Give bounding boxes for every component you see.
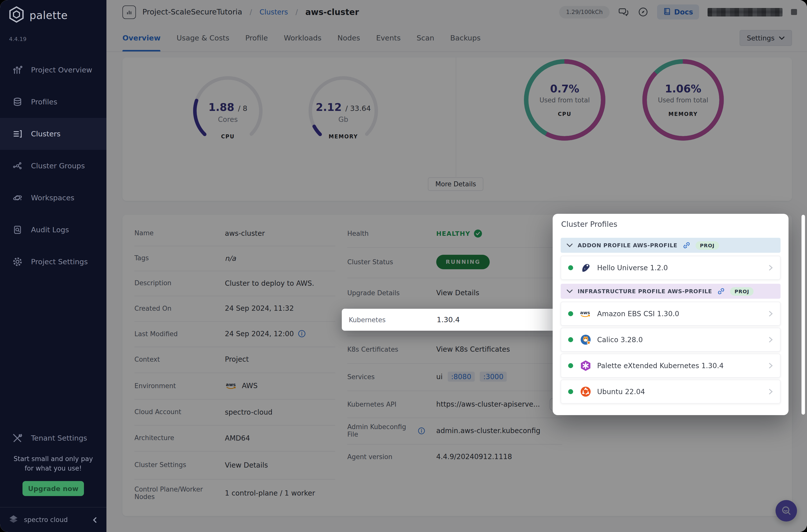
- status-dot-icon: [568, 311, 573, 316]
- profile-layer-calico[interactable]: Calico 3.28.0: [561, 328, 781, 352]
- status-dot-icon: [568, 265, 573, 270]
- sidebar-item-profiles[interactable]: Profiles: [0, 86, 107, 118]
- chevron-down-icon: [567, 243, 573, 247]
- kubernetes-version-spotlight-row[interactable]: Kubernetes 1.30.4: [342, 309, 553, 331]
- palette-logo-icon: [8, 6, 24, 25]
- profile-layer-hello-universe[interactable]: Hello Universe 1.2.0: [561, 256, 781, 280]
- clusters-icon: [12, 128, 23, 139]
- workspaces-icon: [12, 192, 23, 203]
- tenant-settings-label: Tenant Settings: [31, 434, 87, 442]
- brand-name: palette: [30, 10, 68, 21]
- main-area: Project-ScaleSecureTutoria / Clusters / …: [107, 0, 807, 532]
- profile-layer-palette-extended-kubernetes[interactable]: Palette eXtended Kubernetes 1.30.4: [561, 354, 781, 378]
- tools-icon: [12, 433, 23, 443]
- profiles-icon: [12, 96, 23, 108]
- project-overview-icon: [12, 64, 23, 75]
- chevron-down-icon: [567, 289, 573, 293]
- chevron-right-icon: [767, 388, 774, 395]
- svg-text:aws: aws: [580, 310, 590, 315]
- sidebar-item-cluster-groups[interactable]: Cluster Groups: [0, 150, 107, 182]
- sidebar-item-label: Cluster Groups: [31, 162, 85, 170]
- ubuntu-icon: [579, 385, 592, 398]
- cluster-profiles-popup: Cluster Profiles ADDON PROFILE AWS-PROFI…: [553, 214, 789, 415]
- sidebar-item-label: Project Overview: [31, 66, 92, 74]
- infrastructure-profile-section-header[interactable]: INFRASTRUCTURE PROFILE AWS-PROFILE PROJ: [561, 284, 781, 299]
- sidebar-item-project-overview[interactable]: Project Overview: [0, 54, 107, 86]
- kubernetes-version-value: 1.30.4: [437, 316, 460, 324]
- scrollbar-highlight[interactable]: [802, 215, 805, 415]
- sidebar-item-label: Project Settings: [31, 258, 88, 266]
- addon-profile-section-header[interactable]: ADDON PROFILE AWS-PROFILE PROJ: [561, 238, 781, 253]
- link-icon: [682, 241, 690, 249]
- sidebar-item-tenant-settings[interactable]: Tenant Settings: [0, 422, 107, 454]
- sidebar-item-audit-logs[interactable]: Audit Logs: [0, 214, 107, 246]
- gear-icon: [12, 256, 23, 267]
- promo-text: Start small and only pay for what you us…: [0, 455, 107, 473]
- sidebar: palette 4.4.19 Project Overview: [0, 0, 107, 532]
- pxk-icon: [579, 359, 592, 372]
- sidebar-item-label: Workspaces: [31, 194, 74, 202]
- upgrade-now-button[interactable]: Upgrade now: [22, 481, 84, 496]
- calico-icon: [579, 333, 592, 346]
- sidebar-item-project-settings[interactable]: Project Settings: [0, 246, 107, 278]
- audit-logs-icon: [12, 224, 23, 235]
- app-version: 4.4.19: [9, 36, 26, 42]
- chevron-right-icon: [767, 336, 774, 343]
- sidebar-footer: spectro cloud: [0, 507, 107, 532]
- sidebar-item-label: Clusters: [31, 130, 60, 138]
- status-dot-icon: [568, 363, 573, 368]
- promo-line1: Start small and only pay: [0, 455, 107, 464]
- chevron-right-icon: [767, 362, 774, 369]
- chevron-right-icon: [767, 310, 774, 317]
- sidebar-item-workspaces[interactable]: Workspaces: [0, 182, 107, 214]
- sidebar-item-clusters[interactable]: Clusters: [0, 118, 107, 150]
- proj-scope-badge: PROJ: [695, 241, 719, 249]
- spectro-cloud-logo-icon: [8, 513, 19, 526]
- link-icon: [717, 287, 725, 295]
- sidebar-menu: Project Overview Profiles: [0, 54, 107, 278]
- profile-layer-ubuntu[interactable]: Ubuntu 22.04: [561, 380, 781, 404]
- status-dot-icon: [568, 389, 573, 394]
- sidebar-item-label: Profiles: [31, 98, 57, 106]
- aws-logo-icon: aws: [579, 307, 592, 320]
- status-dot-icon: [568, 337, 573, 342]
- screen: palette 4.4.19 Project Overview: [0, 0, 807, 532]
- proj-scope-badge: PROJ: [730, 287, 754, 296]
- footer-brand-name: spectro cloud: [24, 516, 87, 524]
- profile-layer-amazon-ebs-csi[interactable]: aws Amazon EBS CSI 1.30.0: [561, 302, 781, 326]
- collapse-sidebar-icon[interactable]: [91, 516, 98, 523]
- chevron-right-icon: [767, 264, 774, 271]
- promo-line2: for what you use!: [0, 464, 107, 474]
- cluster-groups-icon: [12, 160, 23, 171]
- sidebar-item-label: Audit Logs: [31, 226, 69, 234]
- popup-title: Cluster Profiles: [561, 220, 617, 229]
- brand-logo[interactable]: palette: [8, 6, 68, 25]
- palette-app-window: palette 4.4.19 Project Overview: [0, 0, 807, 532]
- hello-universe-icon: [579, 261, 592, 274]
